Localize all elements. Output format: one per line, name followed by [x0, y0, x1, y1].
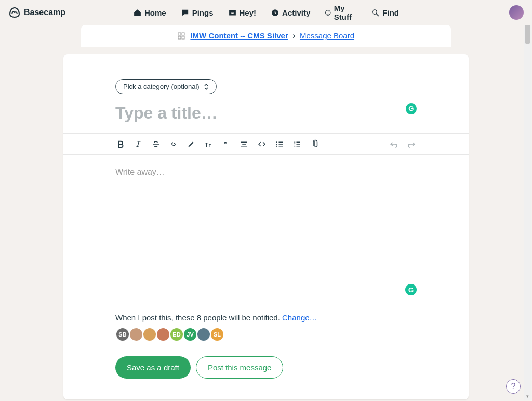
title-input[interactable] [115, 104, 406, 123]
category-picker[interactable]: Pick a category (optional) [115, 79, 217, 94]
breadcrumb-section[interactable]: Message Board [300, 31, 354, 40]
notify-section: When I post this, these 8 people will be… [63, 313, 469, 342]
svg-rect-6 [178, 33, 181, 35]
grammarly-badge[interactable]: G [406, 103, 417, 114]
grid-icon [178, 32, 185, 40]
post-message-button[interactable]: Post this message [196, 356, 284, 379]
notify-avatar [196, 327, 211, 342]
nav-links: Home Pings Hey! Activity My Stuff Find [133, 4, 399, 21]
grammarly-badge[interactable]: G [405, 284, 417, 295]
message-editor-card: Pick a category (optional) G TT ” [63, 54, 469, 399]
breadcrumb-project[interactable]: IMW Content -- CMS Silver [190, 31, 288, 40]
notify-avatar: ED [169, 327, 184, 342]
smile-icon [325, 8, 331, 17]
nav-home[interactable]: Home [133, 8, 166, 17]
svg-text:”: ” [223, 140, 227, 148]
svg-text:T: T [205, 141, 209, 148]
home-icon [133, 8, 142, 17]
svg-rect-7 [182, 33, 184, 35]
code-button[interactable] [257, 139, 267, 149]
nav-mystuff[interactable]: My Stuff [325, 4, 356, 21]
svg-line-12 [138, 141, 139, 147]
notify-avatar [129, 327, 143, 342]
notify-avatar: JV [183, 327, 197, 342]
scrollbar[interactable]: ▴ ▾ [524, 1, 531, 400]
inbox-icon [228, 8, 237, 17]
notify-avatar: SB [115, 327, 130, 342]
svg-rect-8 [178, 36, 181, 39]
notify-avatars: SBEDJVSL [115, 327, 417, 342]
notify-avatar [142, 327, 157, 342]
logo[interactable]: Basecamp [8, 6, 65, 19]
nav-find[interactable]: Find [371, 8, 399, 17]
svg-point-1 [326, 10, 330, 15]
nav-activity-label: Activity [282, 8, 310, 17]
profile-avatar[interactable] [509, 5, 524, 20]
redo-button[interactable] [406, 139, 417, 149]
svg-point-4 [373, 9, 377, 14]
nav-pings-label: Pings [192, 8, 214, 17]
bold-button[interactable] [115, 139, 126, 149]
notify-avatar [156, 327, 170, 342]
formatting-toolbar: TT ” [63, 133, 469, 155]
nav-activity[interactable]: Activity [271, 8, 310, 17]
nav-pings[interactable]: Pings [181, 8, 214, 17]
search-icon [371, 8, 380, 17]
chat-icon [181, 8, 190, 17]
svg-point-20 [276, 141, 277, 143]
bullet-list-button[interactable] [274, 139, 285, 149]
top-nav: Basecamp Home Pings Hey! Activity My Stu… [0, 0, 532, 25]
chevron-updown-icon [204, 83, 209, 90]
link-button[interactable] [168, 139, 179, 149]
basecamp-logo-icon [8, 6, 21, 19]
svg-point-22 [276, 146, 277, 147]
italic-button[interactable] [133, 139, 143, 149]
nav-hey[interactable]: Hey! [228, 8, 257, 17]
nav-mystuff-label: My Stuff [334, 4, 357, 21]
svg-line-5 [377, 14, 379, 16]
notify-text: When I post this, these 8 people will be… [115, 313, 417, 322]
svg-point-3 [328, 11, 329, 12]
strikethrough-button[interactable] [151, 139, 161, 149]
undo-button[interactable] [389, 139, 399, 149]
brand-name: Basecamp [24, 8, 65, 17]
message-body-editor[interactable]: Write away… G [63, 155, 469, 301]
color-button[interactable] [186, 139, 196, 149]
nav-find-label: Find [382, 8, 399, 17]
action-buttons: Save as a draft Post this message [63, 356, 469, 379]
change-notify-link[interactable]: Change… [282, 313, 317, 322]
svg-text:T: T [209, 144, 211, 147]
nav-home-label: Home [144, 8, 166, 17]
quote-button[interactable]: ” [221, 139, 232, 149]
heading-button[interactable]: TT [204, 139, 214, 149]
nav-hey-label: Hey! [240, 8, 257, 17]
scroll-down-arrow[interactable]: ▾ [524, 393, 531, 400]
svg-point-21 [276, 144, 277, 145]
svg-rect-9 [182, 36, 184, 39]
help-button[interactable]: ? [506, 379, 521, 394]
save-draft-button[interactable]: Save as a draft [115, 356, 191, 379]
breadcrumb: IMW Content -- CMS Silver › Message Boar… [81, 25, 451, 47]
body-placeholder: Write away… [115, 167, 417, 177]
number-list-button[interactable] [292, 139, 302, 149]
svg-point-2 [327, 11, 327, 12]
clock-icon [271, 8, 280, 17]
attachment-button[interactable] [310, 139, 320, 149]
notify-avatar: SL [210, 327, 224, 342]
category-picker-label: Pick a category (optional) [123, 83, 200, 90]
align-button[interactable] [239, 139, 249, 149]
breadcrumb-separator: › [292, 31, 295, 40]
